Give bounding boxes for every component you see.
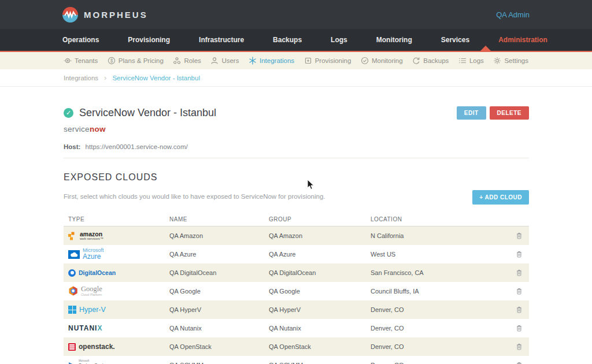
scvmm-logo: MicrosoftSystem CenterVirtual Machine Ma… (64, 359, 165, 364)
table-row[interactable]: amazonweb services™ QA Amazon QA Amazon … (64, 226, 529, 245)
morpheus-logo-icon (62, 7, 78, 23)
column-location: LOCATION (366, 216, 509, 222)
cell-group: QA Azure (264, 251, 366, 258)
delete-cloud-icon[interactable] (509, 343, 529, 350)
subnav-tenants[interactable]: Tenants (64, 57, 98, 65)
nav-operations[interactable]: Operations (62, 36, 99, 44)
subnav-backups[interactable]: Backups (412, 57, 449, 65)
openstack-logo: openstack. (64, 343, 165, 351)
provisioning-icon (304, 57, 312, 65)
servicenow-logo: servicenow (64, 125, 529, 133)
top-header: MORPHEUS QA Admin (0, 0, 592, 29)
svg-text:$: $ (110, 58, 113, 64)
exposed-clouds-table: TYPE NAME GROUP LOCATION amazonweb servi… (64, 213, 529, 364)
table-row[interactable]: MicrosoftAzure QA Azure QA Azure West US (64, 245, 529, 263)
google-cloud-logo: GoogleCloud Platform (64, 285, 165, 297)
delete-cloud-icon[interactable] (509, 251, 529, 258)
cell-name: QA Nutanix (165, 325, 264, 332)
column-name: NAME (165, 216, 264, 222)
cell-name: QA OpenStack (165, 343, 264, 350)
table-row[interactable]: MicrosoftSystem CenterVirtual Machine Ma… (64, 356, 529, 364)
delete-cloud-icon[interactable] (509, 306, 529, 313)
nav-monitoring[interactable]: Monitoring (376, 36, 412, 44)
cell-location: N California (366, 232, 509, 239)
cell-name: QA Amazon (165, 232, 264, 239)
cell-location: West US (366, 251, 509, 258)
cell-group: QA DigitalOcean (264, 269, 366, 276)
cell-group: QA HyperV (264, 306, 366, 313)
nav-services[interactable]: Services (441, 36, 469, 44)
table-header: TYPE NAME GROUP LOCATION (64, 213, 529, 226)
azure-cloud-icon (68, 250, 80, 259)
cell-location: San Francisco, CA (366, 269, 509, 276)
list-icon (458, 57, 467, 65)
subnav-monitoring[interactable]: Monitoring (361, 57, 403, 65)
edit-button[interactable]: EDIT (457, 106, 486, 120)
nav-provisioning[interactable]: Provisioning (128, 36, 170, 44)
breadcrumb: Integrations › ServiceNow Vendor - Istan… (0, 69, 592, 87)
nav-infrastructure[interactable]: Infrastructure (199, 36, 244, 44)
subnav-plans-pricing[interactable]: $ Plans & Pricing (108, 57, 164, 65)
subnav-settings[interactable]: Settings (493, 57, 528, 65)
main-nav: Operations Provisioning Infrastructure B… (0, 29, 592, 51)
table-row[interactable]: DigitalOcean QA DigitalOcean QA DigitalO… (64, 263, 529, 282)
windows-flag-icon (68, 306, 76, 314)
cell-location: Denver, CO (366, 325, 509, 332)
delete-cloud-icon[interactable] (509, 325, 529, 332)
cell-location: Denver, CO (366, 306, 509, 313)
aws-logo: amazonweb services™ (64, 231, 165, 241)
morpheus-logo[interactable]: MORPHEUS (62, 7, 148, 23)
cell-name: QA Azure (165, 251, 264, 258)
exposed-clouds-description: First, select which clouds you would lik… (64, 190, 325, 200)
digitalocean-logo: DigitalOcean (64, 269, 165, 277)
cell-location: Council Bluffs, IA (366, 288, 509, 295)
breadcrumb-integrations[interactable]: Integrations (64, 75, 98, 81)
cell-group: QA OpenStack (264, 343, 366, 350)
host-label: Host: (64, 143, 80, 150)
delete-button[interactable]: DELETE (490, 106, 529, 120)
gcp-hexagon-icon (68, 286, 78, 296)
admin-subnav: Tenants $ Plans & Pricing Roles Users In… (0, 52, 592, 69)
cell-name: QA HyperV (165, 306, 264, 313)
add-cloud-button[interactable]: + ADD CLOUD (472, 190, 529, 205)
nav-administration[interactable]: Administration (498, 36, 547, 44)
subnav-users[interactable]: Users (210, 57, 239, 65)
cell-name: QA Google (165, 288, 264, 295)
cell-group: QA Amazon (264, 232, 366, 239)
azure-logo: MicrosoftAzure (64, 248, 165, 261)
nav-backups[interactable]: Backups (273, 36, 302, 44)
delete-cloud-icon[interactable] (509, 362, 529, 364)
breadcrumb-current[interactable]: ServiceNow Vendor - Istanbul (112, 75, 200, 81)
table-row[interactable]: NUTANIX QA Nutanix QA Nutanix Denver, CO (64, 319, 529, 337)
table-row[interactable]: openstack. QA OpenStack QA OpenStack Den… (64, 337, 529, 356)
subnav-roles[interactable]: Roles (173, 57, 201, 65)
hyperv-logo: Hyper-V (64, 306, 165, 314)
host-value: https://ven00001.service-now.com/ (86, 143, 188, 150)
table-row[interactable]: GoogleCloud Platform QA Google QA Google… (64, 282, 529, 300)
subnav-integrations[interactable]: Integrations (249, 57, 294, 65)
roles-icon (173, 57, 181, 65)
column-type: TYPE (64, 216, 165, 222)
subnav-provisioning[interactable]: Provisioning (304, 57, 352, 65)
integrations-icon (249, 57, 257, 65)
delete-cloud-icon[interactable] (509, 288, 529, 295)
delete-cloud-icon[interactable] (509, 269, 529, 276)
delete-cloud-icon[interactable] (509, 232, 529, 239)
tenants-icon (64, 57, 72, 65)
dollar-circle-icon: $ (108, 57, 116, 65)
user-menu[interactable]: QA Admin (496, 10, 530, 19)
aws-cubes-icon (68, 232, 77, 240)
system-center-icon (68, 361, 76, 364)
check-circle-icon (361, 57, 369, 65)
main-content: ✓ ServiceNow Vendor - Istanbul EDIT DELE… (0, 106, 592, 364)
subnav-logs[interactable]: Logs (458, 57, 484, 65)
table-row[interactable]: Hyper-V QA HyperV QA HyperV Denver, CO (64, 300, 529, 319)
openstack-icon (68, 343, 76, 351)
nav-logs[interactable]: Logs (331, 36, 347, 44)
page-title: ServiceNow Vendor - Istanbul (79, 107, 216, 119)
chevron-right-icon: › (104, 73, 106, 82)
column-group: GROUP (264, 216, 366, 222)
cell-group: QA Nutanix (264, 325, 366, 332)
cell-name: QA SCVMM (165, 362, 264, 364)
cell-name: QA DigitalOcean (165, 269, 264, 276)
